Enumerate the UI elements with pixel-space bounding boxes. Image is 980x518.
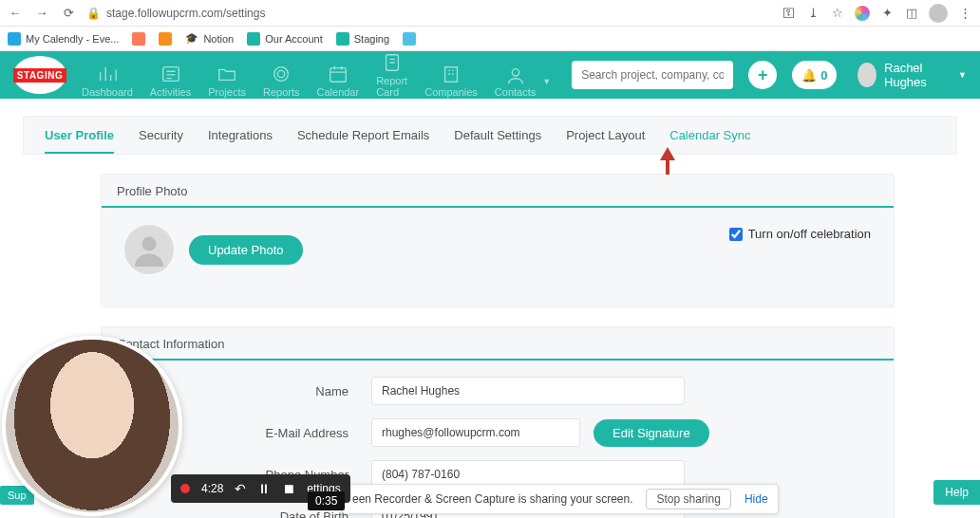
menu-icon[interactable]: ⋮ xyxy=(957,6,972,21)
bookmark-add-icon[interactable]: ⤓ xyxy=(805,6,820,21)
nav-contacts[interactable]: Contacts ▼ xyxy=(495,65,551,98)
undo-icon[interactable]: ↶ xyxy=(235,481,246,496)
add-button[interactable]: + xyxy=(748,61,777,89)
nav-calendar[interactable]: Calendar xyxy=(317,64,360,98)
help-button[interactable]: Help xyxy=(933,480,980,505)
pause-icon[interactable]: ⏸ xyxy=(257,481,271,496)
bookmark-favicon xyxy=(8,32,21,46)
user-menu[interactable]: Rachel Hughes ▼ xyxy=(858,61,967,89)
search-input[interactable] xyxy=(572,61,733,89)
celebration-toggle[interactable]: Turn on/off celebration xyxy=(729,227,871,241)
section-title: Contact Information xyxy=(102,327,894,361)
browser-chrome-bar: ← → ⟳ 🔒 stage.followupcrm.com/settings ⚿… xyxy=(0,0,980,27)
bookmark-favicon xyxy=(247,32,260,46)
reload-icon[interactable]: ⟳ xyxy=(61,6,76,21)
bookmark-item[interactable]: My Calendly - Eve... xyxy=(8,32,119,46)
profile-photo-placeholder xyxy=(124,225,174,274)
celebration-label: Turn on/off celebration xyxy=(748,227,871,241)
staging-badge: STAGING xyxy=(13,56,66,94)
user-avatar-icon xyxy=(858,63,876,87)
extension-icon[interactable] xyxy=(855,6,870,21)
svg-point-6 xyxy=(512,69,518,76)
stop-icon[interactable]: ⏹ xyxy=(282,481,295,496)
edit-signature-button[interactable]: Edit Signature xyxy=(594,419,709,447)
lock-icon: 🔒 xyxy=(85,6,101,21)
nav-dashboard[interactable]: Dashboard xyxy=(82,64,133,98)
tab-calendar-sync[interactable]: Calendar Sync xyxy=(669,128,750,142)
clipboard-icon xyxy=(382,52,403,73)
bookmark-item[interactable]: 🎓Notion xyxy=(185,32,234,45)
update-photo-button[interactable]: Update Photo xyxy=(189,235,303,265)
list-icon xyxy=(160,64,181,84)
presenter-webcam xyxy=(2,336,182,516)
bookmark-item[interactable] xyxy=(159,32,172,46)
chevron-down-icon: ▼ xyxy=(958,70,967,80)
share-message: een Recorder & Screen Capture is sharing… xyxy=(352,492,632,506)
key-icon[interactable]: ⚿ xyxy=(781,6,796,21)
svg-point-7 xyxy=(142,237,157,251)
bookmark-favicon xyxy=(159,32,172,46)
bookmark-favicon xyxy=(403,32,416,46)
target-icon xyxy=(271,64,292,84)
bookmark-label: Notion xyxy=(203,33,234,45)
bookmark-label: Staging xyxy=(354,33,389,45)
stop-sharing-button[interactable]: Stop sharing xyxy=(646,489,730,509)
building-icon xyxy=(441,64,462,84)
tab-security[interactable]: Security xyxy=(139,128,183,142)
svg-point-1 xyxy=(274,67,289,82)
hide-button[interactable]: Hide xyxy=(744,492,768,506)
bars-icon xyxy=(97,64,118,84)
calendar-icon xyxy=(328,64,349,84)
back-icon[interactable]: ← xyxy=(8,6,23,21)
bookmark-item[interactable] xyxy=(403,32,416,46)
user-name-label: Rachel Hughes xyxy=(884,61,948,89)
tab-schedule-report-emails[interactable]: Schedule Report Emails xyxy=(297,128,429,142)
nav-report-card[interactable]: Report Card xyxy=(376,52,407,98)
notion-icon: 🎓 xyxy=(185,32,198,45)
email-input[interactable] xyxy=(371,418,580,447)
settings-tabs: User Profile Security Integrations Sched… xyxy=(23,116,957,155)
svg-rect-5 xyxy=(445,67,458,83)
svg-point-2 xyxy=(278,70,285,77)
bookmark-item[interactable] xyxy=(132,32,145,46)
tab-integrations[interactable]: Integrations xyxy=(208,128,273,142)
tab-user-profile[interactable]: User Profile xyxy=(45,128,114,154)
person-silhouette-icon xyxy=(132,232,166,267)
profile-avatar-icon[interactable] xyxy=(929,4,948,23)
folder-icon xyxy=(217,64,237,84)
forward-icon[interactable]: → xyxy=(34,6,49,21)
star-icon[interactable]: ☆ xyxy=(830,6,845,21)
email-row: E-Mail Address Edit Signature xyxy=(102,412,894,453)
panel-icon[interactable]: ◫ xyxy=(904,6,919,21)
extensions-icon[interactable]: ✦ xyxy=(879,6,895,21)
url-text: stage.followupcrm.com/settings xyxy=(106,7,265,20)
section-title: Profile Photo xyxy=(102,175,894,208)
bookmark-favicon xyxy=(132,32,145,46)
notification-count: 0 xyxy=(820,68,827,83)
nav-reports[interactable]: Reports xyxy=(263,64,300,98)
notifications-button[interactable]: 🔔0 xyxy=(792,61,837,89)
bell-icon: 🔔 xyxy=(801,68,817,83)
nav-activities[interactable]: Activities xyxy=(150,64,191,98)
screen-share-bar: een Recorder & Screen Capture is sharing… xyxy=(342,484,779,514)
bookmark-label: My Calendly - Eve... xyxy=(26,33,119,45)
video-timestamp: 0:35 xyxy=(308,491,345,510)
bookmark-item[interactable]: Staging xyxy=(336,32,389,46)
profile-photo-section: Profile Photo Update Photo Turn on/off c… xyxy=(101,174,895,307)
nav-projects[interactable]: Projects xyxy=(208,64,246,98)
name-input[interactable] xyxy=(371,377,685,405)
app-header: STAGING Dashboard Activities Projects Re… xyxy=(0,51,980,99)
recorder-time: 4:28 xyxy=(201,482,223,495)
bookmark-item[interactable]: Our Account xyxy=(247,32,323,46)
person-icon xyxy=(505,65,526,86)
celebration-checkbox[interactable] xyxy=(729,228,743,241)
bookmark-favicon xyxy=(336,32,349,46)
svg-rect-3 xyxy=(330,68,347,83)
name-row: Name xyxy=(102,370,894,412)
address-bar[interactable]: 🔒 stage.followupcrm.com/settings xyxy=(85,6,265,21)
tab-default-settings[interactable]: Default Settings xyxy=(454,128,541,142)
tab-project-layout[interactable]: Project Layout xyxy=(566,128,645,142)
main-nav: Dashboard Activities Projects Reports Ca… xyxy=(82,52,551,98)
bookmark-label: Our Account xyxy=(265,33,323,45)
nav-companies[interactable]: Companies xyxy=(424,64,478,98)
